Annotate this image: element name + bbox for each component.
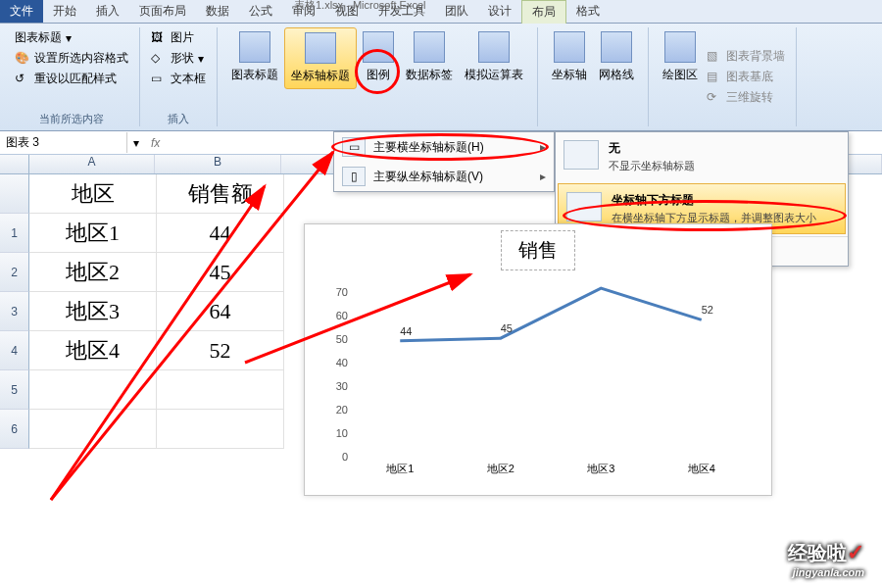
- row-header[interactable]: [0, 174, 29, 214]
- plot-area-button[interactable]: 绘图区: [657, 27, 704, 126]
- reset-icon: ↺: [15, 72, 30, 87]
- plot: 444552: [350, 272, 752, 457]
- fx-icon[interactable]: fx: [145, 136, 166, 150]
- data-table-icon: [478, 31, 510, 63]
- rotation-icon: ⟳: [707, 90, 722, 106]
- chart-plot-area[interactable]: 010203040506070 444552 地区1地区2地区3地区4: [350, 272, 752, 476]
- y-axis: 010203040506070: [315, 272, 348, 476]
- name-box[interactable]: 图表 3: [0, 132, 127, 153]
- wall-icon: ▧: [707, 49, 722, 65]
- cell[interactable]: 45: [157, 253, 284, 292]
- chart-element-selector[interactable]: 图表标题 ▾: [12, 27, 131, 48]
- col-header-b[interactable]: B: [155, 155, 281, 173]
- axis-title-dropdown: ▭ 主要横坐标轴标题(H) ▸ ▯ 主要纵坐标轴标题(V) ▸: [333, 131, 555, 192]
- chart-title-button[interactable]: 图表标题: [225, 27, 284, 87]
- cell[interactable]: 地区3: [29, 292, 157, 331]
- format-icon: 🎨: [15, 51, 30, 67]
- cell[interactable]: [29, 370, 157, 410]
- cell[interactable]: 地区1: [29, 214, 157, 253]
- format-selection-button[interactable]: 🎨设置所选内容格式: [12, 48, 131, 69]
- line-series: [350, 272, 752, 457]
- cell[interactable]: 44: [157, 214, 284, 253]
- fly-title: 无: [609, 140, 695, 157]
- tab-design[interactable]: 设计: [478, 0, 521, 23]
- chart-title[interactable]: 销售: [501, 230, 575, 270]
- cell[interactable]: 64: [157, 292, 284, 331]
- dd-horizontal-axis-title[interactable]: ▭ 主要横坐标轴标题(H) ▸: [334, 132, 554, 162]
- data-labels-button[interactable]: 数据标签: [400, 27, 459, 87]
- insert-shape-button[interactable]: ◇形状 ▾: [148, 48, 209, 69]
- dd-item-label: 主要纵坐标轴标题(V): [373, 169, 483, 185]
- tab-insert[interactable]: 插入: [86, 0, 129, 23]
- axes-button[interactable]: 坐标轴: [546, 27, 593, 126]
- chart-title-icon: [239, 31, 270, 63]
- cell[interactable]: [157, 410, 284, 449]
- embedded-chart[interactable]: 销售 010203040506070 444552 地区1地区2地区3地区4: [304, 223, 772, 496]
- tab-page-layout[interactable]: 页面布局: [129, 0, 196, 23]
- group-label-selection: 当前所选内容: [12, 108, 131, 126]
- gridlines-button[interactable]: 网格线: [593, 27, 640, 126]
- row-header[interactable]: 1: [0, 214, 29, 253]
- tab-chart-layout[interactable]: 布局: [521, 0, 566, 24]
- gridlines-icon: [601, 31, 632, 63]
- tab-team[interactable]: 团队: [435, 0, 478, 23]
- fly-none[interactable]: 无不显示坐标轴标题: [556, 132, 848, 181]
- tab-formula[interactable]: 公式: [239, 0, 282, 23]
- picture-icon: 🖼: [151, 30, 167, 46]
- chevron-right-icon: ▸: [540, 170, 546, 183]
- fly-desc: 不显示坐标轴标题: [609, 159, 695, 173]
- axis-title-icon: [305, 32, 336, 64]
- tab-home[interactable]: 开始: [43, 0, 86, 23]
- data-labels-icon: [414, 31, 445, 63]
- group-label-insert: 插入: [148, 108, 209, 126]
- watermark: 经验啦✓ jingyanla.com: [788, 540, 864, 578]
- select-all-corner[interactable]: [0, 155, 29, 173]
- row-header[interactable]: 5: [0, 370, 29, 410]
- horiz-axis-icon: ▭: [342, 137, 366, 157]
- vert-axis-icon: ▯: [342, 167, 366, 186]
- reset-style-button[interactable]: ↺重设以匹配样式: [12, 69, 131, 89]
- col-header-a[interactable]: A: [29, 155, 156, 173]
- floor-icon: ▤: [707, 70, 722, 85]
- cell[interactable]: 地区2: [29, 253, 157, 292]
- dd-item-label: 主要横坐标轴标题(H): [373, 139, 484, 156]
- tab-data[interactable]: 数据: [196, 0, 239, 23]
- fly-title: 坐标轴下方标题: [612, 192, 816, 209]
- dd-vertical-axis-title[interactable]: ▯ 主要纵坐标轴标题(V) ▸: [334, 162, 554, 191]
- window-title: 表格1.xlsx - Microsoft Excel: [294, 0, 425, 13]
- row-header[interactable]: 2: [0, 253, 29, 292]
- rotation-button: ⟳三维旋转: [704, 87, 788, 108]
- tab-format[interactable]: 格式: [566, 0, 610, 23]
- none-icon: [564, 140, 599, 170]
- textbox-icon: ▭: [151, 72, 167, 87]
- group-axes: 坐标轴 网格线: [538, 27, 649, 126]
- cell[interactable]: 销售额: [157, 174, 284, 214]
- axis-title-button[interactable]: 坐标轴标题: [284, 27, 357, 89]
- cell[interactable]: 地区4: [29, 331, 157, 370]
- legend-button[interactable]: 图例: [357, 27, 400, 87]
- chart-wall-button: ▧图表背景墙: [704, 46, 788, 67]
- cell[interactable]: [29, 410, 157, 449]
- data-table-button[interactable]: 模拟运算表: [459, 27, 529, 87]
- row-header[interactable]: 4: [0, 331, 29, 370]
- cell[interactable]: [157, 370, 284, 410]
- legend-icon: [363, 31, 394, 63]
- ribbon: 图表标题 ▾ 🎨设置所选内容格式 ↺重设以匹配样式 当前所选内容 🖼图片 ◇形状…: [0, 24, 882, 131]
- name-box-dropdown-icon[interactable]: ▾: [127, 136, 145, 150]
- row-header[interactable]: 3: [0, 292, 29, 331]
- cell[interactable]: 地区: [29, 174, 157, 214]
- cell[interactable]: 52: [157, 331, 284, 370]
- chevron-right-icon: ▸: [540, 140, 546, 154]
- insert-textbox-button[interactable]: ▭文本框: [148, 69, 209, 89]
- group-insert: 🖼图片 ◇形状 ▾ ▭文本框 插入: [140, 27, 218, 126]
- tab-file[interactable]: 文件: [0, 0, 43, 23]
- row-header[interactable]: 6: [0, 410, 29, 449]
- chart-floor-button: ▤图表基底: [704, 67, 788, 87]
- axes-icon: [554, 31, 585, 63]
- shape-icon: ◇: [151, 51, 167, 67]
- ribbon-tabs: 文件 开始 插入 页面布局 数据 公式 审阅 视图 开发工具 团队 设计 布局 …: [0, 0, 882, 24]
- below-icon: [566, 192, 602, 221]
- plot-area-icon: [664, 31, 696, 63]
- insert-picture-button[interactable]: 🖼图片: [148, 27, 209, 48]
- group-background: 绘图区 ▧图表背景墙 ▤图表基底 ⟳三维旋转: [649, 27, 797, 126]
